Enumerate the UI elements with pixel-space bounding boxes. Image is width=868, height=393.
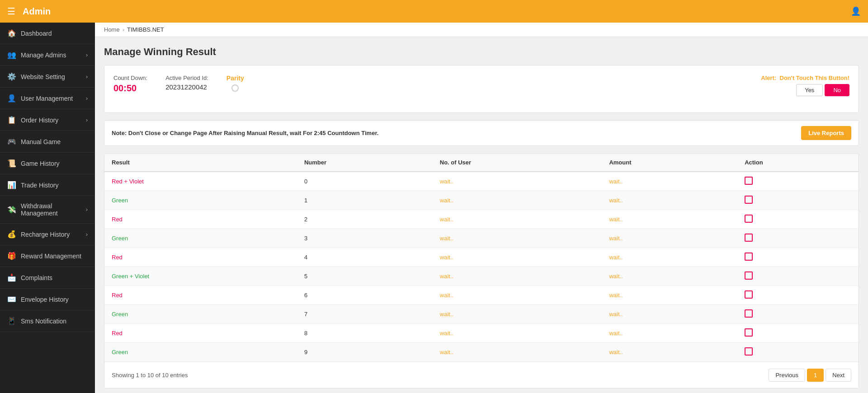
table-row: Red + Violet 0 wait.. wait.. (104, 172, 859, 191)
action-cell (737, 324, 859, 343)
action-checkbox-1[interactable] (745, 196, 753, 204)
sidebar-item-envelope-history[interactable]: ✉️ Envelope History (0, 289, 95, 310)
countdown-value: 00:50 (113, 83, 147, 94)
table-row: Red 6 wait.. wait.. (104, 286, 859, 305)
users-cell: wait.. (433, 343, 602, 362)
table-header-row: ResultNumberNo. of UserAmountAction (104, 154, 859, 172)
sidebar-label-user-management: User Management (21, 95, 73, 102)
number-cell: 9 (297, 343, 433, 362)
action-checkbox-5[interactable] (745, 271, 753, 280)
table-row: Green 9 wait.. wait.. (104, 343, 859, 362)
table-row: Red 4 wait.. wait.. (104, 248, 859, 267)
action-checkbox-2[interactable] (745, 215, 753, 223)
note-text: Note: Don't Close or Change Page After R… (112, 130, 378, 136)
action-checkbox-7[interactable] (745, 309, 753, 318)
table-row: Red 8 wait.. wait.. (104, 324, 859, 343)
action-checkbox-3[interactable] (745, 234, 753, 242)
amount-cell: wait.. (602, 172, 737, 191)
sidebar-icon-user-management: 👤 (7, 94, 16, 103)
parity-label: Parity (226, 75, 244, 82)
table-row: Green + Violet 5 wait.. wait.. (104, 267, 859, 286)
result-cell: Red (104, 286, 297, 305)
sidebar-item-game-history[interactable]: 📜 Game History (0, 153, 95, 174)
countdown-label: Count Down: (113, 75, 147, 81)
sidebar-label-order-history: Order History (21, 117, 58, 124)
results-table: ResultNumberNo. of UserAmountAction Red … (104, 154, 859, 362)
brand-logo: Admin (23, 6, 51, 17)
main-content: Home › TIMIBBS.NET Manage Winning Result… (95, 23, 868, 393)
sidebar-item-reward-management[interactable]: 🎁 Reward Management (0, 245, 95, 267)
sidebar-icon-reward-management: 🎁 (7, 252, 16, 260)
amount-cell: wait.. (602, 286, 737, 305)
th-number: Number (297, 154, 433, 172)
sidebar-item-order-history[interactable]: 📋 Order History › (0, 109, 95, 131)
sidebar-item-sms-notification[interactable]: 📱 Sms Notification (0, 310, 95, 332)
number-cell: 6 (297, 286, 433, 305)
sidebar: 🏠 Dashboard 👥 Manage Admins › ⚙️ Website… (0, 23, 95, 393)
sidebar-item-manual-game[interactable]: 🎮 Manual Game (0, 131, 95, 153)
number-cell: 2 (297, 210, 433, 229)
topbar-left: ☰ Admin (7, 6, 51, 17)
period-value: 20231220042 (165, 83, 208, 91)
sidebar-item-withdrawal-management[interactable]: 💸 Withdrawal Management › (0, 196, 95, 224)
sidebar-item-dashboard[interactable]: 🏠 Dashboard (0, 23, 95, 44)
sidebar-icon-order-history: 📋 (7, 116, 16, 124)
th-result: Result (104, 154, 297, 172)
sidebar-label-sms-notification: Sms Notification (21, 318, 66, 325)
period-block: Active Period Id: 20231220042 (165, 75, 208, 91)
number-cell: 1 (297, 191, 433, 210)
sidebar-label-complaints: Complaints (21, 274, 52, 281)
alert-text: Alert: Don't Touch This Button! (761, 75, 849, 81)
sidebar-item-complaints[interactable]: 📩 Complaints (0, 267, 95, 289)
action-checkbox-4[interactable] (745, 253, 753, 261)
stats-row: Count Down: 00:50 Active Period Id: 2023… (113, 75, 849, 96)
next-button[interactable]: Next (826, 369, 851, 382)
chevron-icon-user-management: › (86, 95, 88, 102)
no-button[interactable]: No (825, 84, 849, 96)
info-card: Count Down: 00:50 Active Period Id: 2023… (104, 65, 859, 113)
sidebar-icon-game-history: 📜 (7, 159, 16, 168)
th-action: Action (737, 154, 859, 172)
users-cell: wait.. (433, 191, 602, 210)
yes-button[interactable]: Yes (796, 84, 823, 96)
sidebar-item-user-management[interactable]: 👤 User Management › (0, 88, 95, 109)
sidebar-label-reward-management: Reward Management (21, 253, 81, 260)
sidebar-icon-withdrawal-management: 💸 (7, 206, 16, 214)
pagination-controls: Previous 1 Next (769, 369, 851, 382)
table-body: Red + Violet 0 wait.. wait.. Green 1 wai… (104, 172, 859, 362)
sidebar-label-withdrawal-management: Withdrawal Management (21, 202, 81, 217)
breadcrumb: Home › TIMIBBS.NET (95, 23, 868, 37)
sidebar-label-trade-history: Trade History (21, 182, 59, 189)
sidebar-item-trade-history[interactable]: 📊 Trade History (0, 174, 95, 196)
sidebar-label-manual-game: Manual Game (21, 138, 61, 145)
action-checkbox-0[interactable] (745, 177, 753, 185)
previous-button[interactable]: Previous (769, 369, 805, 382)
users-cell: wait.. (433, 210, 602, 229)
table-container: ResultNumberNo. of UserAmountAction Red … (104, 153, 859, 388)
sidebar-icon-envelope-history: ✉️ (7, 295, 16, 304)
action-checkbox-6[interactable] (745, 290, 753, 299)
page-1-button[interactable]: 1 (807, 369, 824, 382)
sidebar-icon-sms-notification: 📱 (7, 317, 16, 325)
sidebar-icon-complaints: 📩 (7, 273, 16, 282)
action-checkbox-8[interactable] (745, 328, 753, 337)
sidebar-item-manage-admins[interactable]: 👥 Manage Admins › (0, 44, 95, 66)
showing-text: Showing 1 to 10 of 10 entries (112, 372, 188, 379)
action-checkbox-9[interactable] (745, 347, 753, 356)
hamburger-icon[interactable]: ☰ (7, 6, 15, 17)
sidebar-item-recharge-history[interactable]: 💰 Recharge History › (0, 224, 95, 245)
users-cell: wait.. (433, 248, 602, 267)
sidebar-item-website-setting[interactable]: ⚙️ Website Setting › (0, 66, 95, 88)
breadcrumb-home[interactable]: Home (104, 26, 120, 33)
live-reports-button[interactable]: Live Reports (801, 126, 851, 140)
alert-message: Don't Touch This Button! (780, 75, 849, 81)
result-cell: Red (104, 210, 297, 229)
user-icon[interactable]: 👤 (851, 6, 861, 16)
parity-radio[interactable] (231, 84, 239, 92)
number-cell: 8 (297, 324, 433, 343)
table-header: ResultNumberNo. of UserAmountAction (104, 154, 859, 172)
result-cell: Green (104, 343, 297, 362)
amount-cell: wait.. (602, 191, 737, 210)
sidebar-label-manage-admins: Manage Admins (21, 51, 66, 59)
users-cell: wait.. (433, 286, 602, 305)
